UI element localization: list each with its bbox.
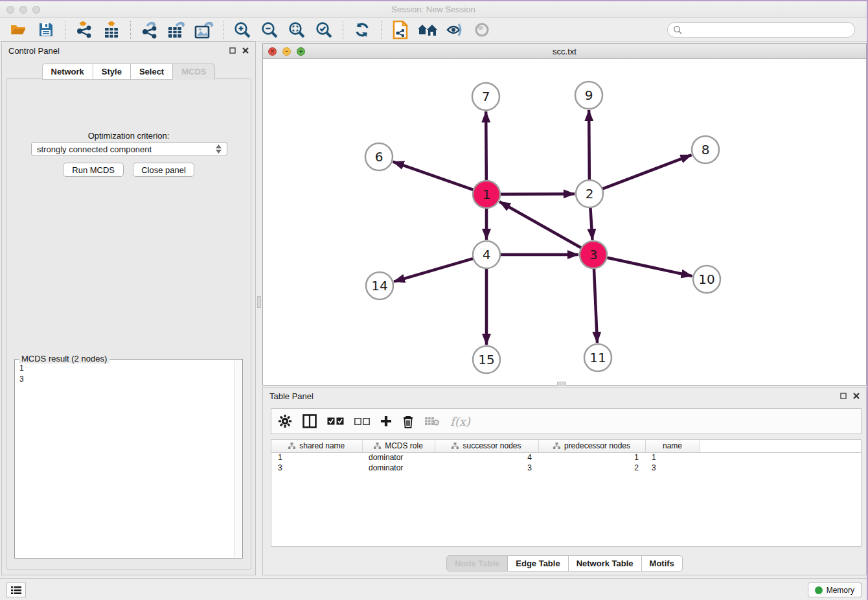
control-panel-title: Control Panel	[8, 46, 60, 56]
minimize-window-button[interactable]	[19, 6, 27, 14]
create-column-button[interactable]	[380, 415, 392, 427]
network-maximize-button[interactable]: ＋	[297, 47, 305, 56]
float-panel-icon[interactable]	[840, 393, 847, 399]
export-table-button[interactable]	[163, 19, 190, 41]
zoom-out-button[interactable]	[256, 19, 283, 41]
zoom-selected-button[interactable]	[310, 19, 337, 41]
refresh-layout-button[interactable]	[348, 19, 376, 41]
tab-node-table[interactable]: Node Table	[446, 555, 508, 571]
tab-edge-table[interactable]: Edge Table	[508, 555, 568, 571]
node-4[interactable]: 4	[473, 241, 500, 268]
float-panel-icon[interactable]	[229, 47, 236, 54]
cell-MCDS-role[interactable]: dominator	[362, 463, 435, 473]
edge-3-to-11[interactable]	[594, 268, 597, 343]
close-panel-button[interactable]: Close panel	[133, 163, 194, 177]
node-15[interactable]: 15	[473, 346, 500, 373]
edge-2-to-9[interactable]	[589, 110, 589, 180]
edge-1-to-6[interactable]	[393, 162, 474, 190]
toggle-visibility-button[interactable]	[468, 19, 496, 41]
memory-button[interactable]: Memory	[808, 583, 862, 597]
hide-selected-button[interactable]	[441, 19, 468, 41]
open-file-button[interactable]	[5, 19, 32, 41]
node-10[interactable]: 10	[693, 266, 720, 293]
zoom-window-button[interactable]	[32, 6, 40, 14]
tab-motifs[interactable]: Motifs	[642, 555, 683, 571]
table-row[interactable]: 3dominator323	[271, 463, 861, 473]
zoom-fit-button[interactable]	[283, 19, 310, 41]
cell-shared-name[interactable]: 1	[271, 452, 362, 463]
column-header-predecessor-nodes[interactable]: predecessor nodes	[538, 440, 645, 452]
import-network-button[interactable]	[71, 19, 98, 41]
edge-3-to-10[interactable]	[607, 257, 692, 276]
network-close-button[interactable]: ✕	[268, 47, 277, 56]
column-header-shared-name[interactable]: shared name	[271, 440, 362, 452]
tab-network-table[interactable]: Network Table	[569, 555, 642, 571]
close-panel-icon[interactable]	[853, 393, 860, 399]
unselect-all-columns-button[interactable]	[354, 418, 370, 425]
node-9[interactable]: 9	[575, 82, 602, 109]
edge-4-to-14[interactable]	[394, 259, 474, 282]
result-scrollbar[interactable]	[234, 360, 242, 557]
save-session-button[interactable]	[32, 19, 60, 41]
function-builder-button[interactable]: f(x)	[450, 415, 470, 428]
cell-predecessor-nodes[interactable]: 2	[538, 463, 645, 473]
horizontal-splitter-handle[interactable]	[557, 382, 566, 386]
optimization-criterion-select[interactable]: strongly connected component	[31, 142, 227, 156]
table-settings-button[interactable]	[278, 414, 292, 428]
close-panel-icon[interactable]	[242, 47, 249, 54]
node-8[interactable]: 8	[692, 136, 719, 163]
vertical-splitter-handle[interactable]	[257, 296, 261, 308]
zoom-selected-icon	[315, 21, 333, 39]
node-14[interactable]: 14	[366, 272, 393, 299]
cell-successor-nodes[interactable]: 3	[435, 463, 538, 473]
cell-successor-nodes[interactable]: 4	[435, 452, 538, 463]
node-2[interactable]: 2	[576, 180, 603, 207]
cell-shared-name[interactable]: 3	[271, 463, 362, 473]
cell-MCDS-role[interactable]: dominator	[362, 452, 435, 463]
network-from-file-button[interactable]	[387, 19, 414, 41]
unchecked-boxes-icon	[354, 418, 370, 425]
show-all-networks-button[interactable]	[414, 19, 441, 41]
show-column-panel-button[interactable]	[303, 414, 317, 428]
run-mcds-button[interactable]: Run MCDS	[63, 163, 124, 177]
tab-mcds[interactable]: MCDS	[172, 63, 215, 80]
node-1[interactable]: 1	[473, 181, 500, 208]
node-3[interactable]: 3	[580, 241, 607, 268]
export-network-button[interactable]	[136, 19, 163, 41]
table-row[interactable]: 1dominator411	[271, 452, 861, 463]
cell-name[interactable]: 1	[645, 452, 700, 463]
node-11[interactable]: 11	[584, 344, 611, 371]
table-toolbar: f(x)	[271, 408, 862, 434]
edge-2-to-3[interactable]	[590, 207, 592, 240]
tab-network[interactable]: Network	[42, 63, 93, 80]
edge-2-to-8[interactable]	[602, 155, 692, 189]
delete-column-button[interactable]	[402, 415, 414, 428]
export-image-button[interactable]	[190, 19, 218, 41]
column-header-successor-nodes[interactable]: successor nodes	[435, 440, 538, 452]
column-header-MCDS-role[interactable]: MCDS role	[362, 440, 435, 452]
close-window-button[interactable]	[6, 6, 14, 14]
network-window-titlebar[interactable]: ✕ − ＋ scc.txt	[263, 44, 866, 59]
mcds-result-list[interactable]: 1 3	[16, 360, 234, 557]
network-minimize-button[interactable]: −	[282, 47, 291, 56]
select-all-columns-button[interactable]	[327, 417, 344, 426]
edge-3-to-1[interactable]	[499, 202, 582, 248]
checked-boxes-icon	[327, 417, 344, 426]
column-header-name[interactable]: name	[645, 440, 700, 452]
delete-table-button[interactable]	[424, 416, 440, 426]
tab-select[interactable]: Select	[130, 63, 172, 80]
mcds-tab-content: Optimization criterion: strongly connect…	[6, 78, 251, 570]
hierarchy-icon	[451, 442, 459, 451]
node-6[interactable]: 6	[365, 143, 393, 170]
node-7[interactable]: 7	[472, 83, 499, 110]
import-table-button[interactable]	[98, 19, 125, 41]
edge-1-to-2[interactable]	[500, 194, 575, 194]
zoom-in-button[interactable]	[229, 19, 256, 41]
show-log-console-button[interactable]	[6, 583, 26, 597]
network-canvas[interactable]: 7968124314101511	[263, 59, 866, 385]
cell-name[interactable]: 3	[645, 463, 700, 473]
cell-predecessor-nodes[interactable]: 1	[538, 452, 645, 463]
edge-1-to-7[interactable]	[486, 111, 486, 181]
search-input[interactable]	[682, 25, 849, 34]
tab-style[interactable]: Style	[93, 63, 130, 80]
